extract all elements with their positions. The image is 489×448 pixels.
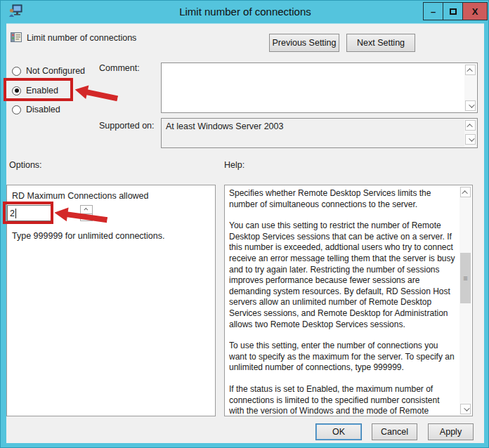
window-controls: – X <box>424 2 488 20</box>
maximize-icon <box>450 8 457 15</box>
radio-circle-disabled[interactable] <box>12 105 21 114</box>
radio-label-disabled: Disabled <box>26 105 60 114</box>
supported-on-label: Supported on: <box>99 121 155 131</box>
options-label: Options: <box>9 160 42 170</box>
radio-circle-enabled[interactable] <box>12 86 21 95</box>
scroll-down-icon[interactable] <box>465 100 476 111</box>
supported-on-value: At least Windows Server 2003 <box>162 119 477 134</box>
spinner-up-icon[interactable] <box>81 206 92 213</box>
radio-not-configured[interactable]: Not Configured <box>12 65 85 77</box>
help-scrollbar[interactable]: ≡ <box>459 186 471 415</box>
scroll-up-icon[interactable] <box>460 187 471 197</box>
text-caret <box>15 209 16 218</box>
ok-button[interactable]: OK <box>315 423 362 440</box>
policy-setting-icon <box>11 32 22 43</box>
scroll-up-icon[interactable] <box>465 65 476 75</box>
help-label: Help: <box>224 160 244 170</box>
max-connections-input[interactable]: 2 <box>7 205 51 221</box>
comment-textarea[interactable] <box>161 62 478 113</box>
max-connections-field-label: RD Maximum Connections allowed <box>12 191 149 201</box>
help-paragraph: Specifies whether Remote Desktop Service… <box>229 188 457 210</box>
radio-label-enabled: Enabled <box>26 86 58 95</box>
help-paragraph: To use this setting, enter the number of… <box>229 341 457 374</box>
help-paragraph: You can use this setting to restrict the… <box>229 220 457 330</box>
scroll-up-icon[interactable] <box>465 120 476 131</box>
maximize-button[interactable] <box>443 2 463 20</box>
unlimited-hint-label: Type 999999 for unlimited connections. <box>12 231 165 241</box>
radio-enabled[interactable]: Enabled <box>12 85 58 96</box>
close-icon: X <box>472 6 478 17</box>
max-connections-spinner[interactable] <box>80 205 93 221</box>
radio-circle-not-configured[interactable] <box>12 67 21 76</box>
help-paragraph: If the status is set to Enabled, the max… <box>229 384 457 414</box>
comment-scrollbar[interactable] <box>464 64 476 112</box>
help-text: Specifies whether Remote Desktop Service… <box>229 188 457 414</box>
setting-title: Limit number of connections <box>27 33 136 43</box>
radio-label-not-configured: Not Configured <box>26 66 85 76</box>
max-connections-value: 2 <box>10 209 15 218</box>
cancel-button[interactable]: Cancel <box>372 423 417 440</box>
scroll-down-icon[interactable] <box>465 134 476 145</box>
comment-label: Comment: <box>99 63 140 73</box>
spinner-down-icon[interactable] <box>81 213 92 221</box>
window-title: Limit number of connections <box>1 6 489 18</box>
minimize-button[interactable]: – <box>423 2 443 20</box>
apply-button[interactable]: Apply <box>428 423 474 440</box>
scroll-down-icon[interactable] <box>460 404 471 414</box>
gpo-setting-dialog: Limit number of connections – X Limit nu… <box>0 0 489 448</box>
scrollbar-thumb[interactable]: ≡ <box>460 253 471 303</box>
minimize-icon: – <box>431 6 436 17</box>
supported-on-box: At least Windows Server 2003 <box>161 118 478 148</box>
previous-setting-button[interactable]: Previous Setting <box>269 34 339 52</box>
radio-disabled[interactable]: Disabled <box>12 104 60 115</box>
next-setting-button[interactable]: Next Setting <box>346 34 415 52</box>
title-bar[interactable]: Limit number of connections – X <box>1 1 489 23</box>
close-button[interactable]: X <box>462 2 488 20</box>
help-panel: Specifies whether Remote Desktop Service… <box>224 185 473 416</box>
supported-scrollbar[interactable] <box>464 119 476 147</box>
